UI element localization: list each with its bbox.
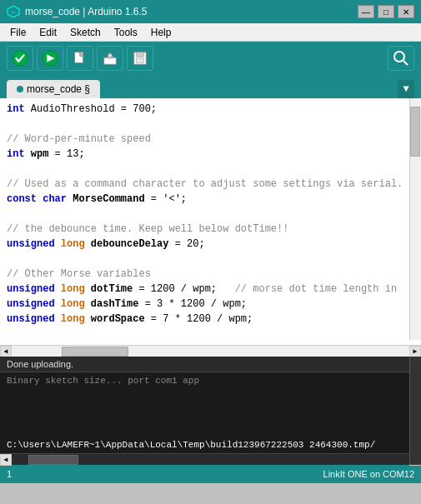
editor-area: int AudioThreshold = 700; // Word-per-mi… [0, 98, 421, 357]
svg-line-14 [403, 61, 408, 65]
toolbar [0, 42, 421, 75]
scroll-left-button[interactable]: ◀ [0, 346, 12, 357]
title-bar: ∞ morse_code | Arduino 1.6.5 — □ ✕ [0, 0, 421, 23]
code-line: int AudioThreshold = 700; [7, 102, 414, 117]
code-line: unsigned long dashTime = 3 * 1200 / wpm; [7, 297, 414, 312]
code-line: // the debounce time. Keep well below do… [7, 222, 414, 237]
code-line [7, 252, 414, 267]
code-line: unsigned long dotTime = 1200 / wpm; // m… [7, 282, 414, 297]
code-line: // Word-per-minute speed [7, 132, 414, 147]
console-text: Binary sketch size... port com1 app [7, 376, 199, 386]
console-content: Binary sketch size... port com1 app [0, 372, 421, 438]
code-line: // Other Morse variables [7, 267, 414, 282]
console-status: Done uploading. [0, 357, 421, 372]
console-scroll-left[interactable]: ◀ [0, 454, 12, 466]
console-scrollbar-vertical[interactable] [409, 357, 421, 465]
code-line [7, 162, 414, 177]
console-scrollbar-track [12, 454, 409, 466]
verify-button[interactable] [7, 46, 33, 71]
tab-label: morse_code § [27, 83, 90, 95]
code-line: const char MorseCommand = '<'; [7, 192, 414, 207]
svg-rect-9 [109, 54, 111, 59]
close-button[interactable]: ✕ [398, 5, 414, 18]
editor-tab[interactable]: morse_code § [7, 80, 100, 98]
window-title: morse_code | Arduino 1.6.5 [25, 6, 148, 17]
editor-scrollbar-vertical[interactable] [409, 98, 421, 340]
svg-text:∞: ∞ [12, 9, 16, 15]
line-number: 1 [7, 469, 12, 479]
scrollbar-thumb[interactable] [410, 107, 420, 157]
maximize-button[interactable]: □ [378, 5, 394, 18]
code-line [7, 117, 414, 132]
svg-point-13 [394, 52, 404, 62]
code-line [7, 207, 414, 222]
menu-sketch[interactable]: Sketch [63, 25, 108, 40]
code-editor[interactable]: int AudioThreshold = 700; // Word-per-mi… [0, 98, 421, 345]
code-line: unsigned long wordSpace = 7 * 1200 / wpm… [7, 312, 414, 327]
code-line: // Used as a command character to adjust… [7, 177, 414, 192]
menu-edit[interactable]: Edit [33, 25, 63, 40]
console-scrollbar-thumb[interactable] [28, 455, 78, 465]
app-icon: ∞ [7, 5, 20, 18]
new-button[interactable] [67, 46, 93, 71]
board-info: LinkIt ONE on COM12 [323, 469, 414, 479]
menu-file[interactable]: File [3, 25, 33, 40]
menu-help[interactable]: Help [144, 25, 178, 40]
menu-tools[interactable]: Tools [108, 25, 144, 40]
window-controls: — □ ✕ [358, 5, 414, 18]
menu-bar: File Edit Sketch Tools Help [0, 23, 421, 42]
tab-bar: morse_code § ▼ [0, 75, 421, 98]
open-button[interactable] [97, 46, 123, 71]
svg-rect-12 [136, 58, 143, 62]
scroll-right-button[interactable]: ▶ [409, 346, 421, 357]
console-scrollbar-horizontal[interactable]: ◀ ▶ [0, 453, 421, 465]
svg-rect-11 [136, 52, 143, 57]
save-button[interactable] [127, 46, 153, 71]
code-line [7, 327, 414, 342]
code-line: int wpm = 13; [7, 147, 414, 162]
status-bar: 1 LinkIt ONE on COM12 [0, 465, 421, 483]
scrollbar-x-track [12, 346, 409, 357]
code-line: unsigned long debounceDelay = 20; [7, 237, 414, 252]
tab-indicator [17, 86, 23, 92]
scrollbar-x-thumb[interactable] [62, 347, 128, 357]
search-button[interactable] [388, 46, 414, 71]
minimize-button[interactable]: — [358, 5, 374, 18]
upload-button[interactable] [37, 46, 63, 71]
tab-dropdown-button[interactable]: ▼ [398, 80, 414, 98]
title-bar-left: ∞ morse_code | Arduino 1.6.5 [7, 5, 148, 18]
console-path: C:\Users\LAMEFR~1\AppData\Local\Temp\bui… [0, 438, 421, 453]
editor-scrollbar-horizontal[interactable]: ◀ ▶ [0, 345, 421, 357]
console-area: Done uploading. Binary sketch size... po… [0, 357, 421, 465]
